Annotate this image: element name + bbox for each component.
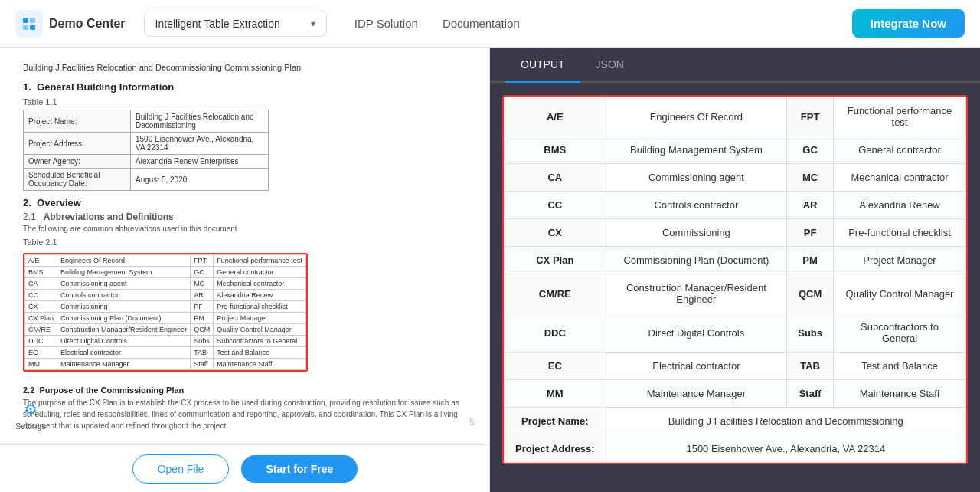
table-cell: DDC xyxy=(505,313,606,353)
table-row: ECElectrical contractorTABTest and Balan… xyxy=(25,347,306,359)
dropdown-label: Intelligent Table Extraction xyxy=(155,18,280,30)
table-cell: Mechanical contractor xyxy=(834,164,966,192)
table-cell: Functional performance test xyxy=(834,97,966,136)
table-cell: General contractor xyxy=(834,136,966,164)
settings-button[interactable]: ⚙ Settings xyxy=(15,400,46,431)
section-2-heading: 2. Overview xyxy=(23,197,466,208)
nav-links: IDP Solution Documentation xyxy=(354,17,520,30)
table-cell: Project Address: xyxy=(505,435,606,463)
table-row: CCControls contractorARAlexandria Renew xyxy=(25,290,306,301)
table-row: CX Plan Commissioning Plan (Document) PM… xyxy=(505,247,966,274)
table-row: CXCommissioningPFPre-functional checklis… xyxy=(25,301,306,313)
abbreviations-table: A/EEngineers Of RecordFPTFunctional perf… xyxy=(24,254,306,370)
table-cell: Building J Facilities Relocation and Dec… xyxy=(606,408,965,435)
table-cell: Pre-functional checklist xyxy=(834,219,966,247)
integrate-now-button[interactable]: Integrate Now xyxy=(852,9,965,38)
section-2-num: 2. xyxy=(23,197,31,208)
table-cell: August 5, 2020 xyxy=(131,169,269,191)
section-1-title: General Building Information xyxy=(37,81,174,93)
abbr-description: The following are common abbreviations u… xyxy=(23,225,466,233)
table-cell: PF xyxy=(787,219,834,247)
table-cell: Construction Manager/Resident Engineer xyxy=(606,274,787,313)
table-cell: CM/RE xyxy=(505,274,606,313)
output-content: A/E Engineers Of Record FPT Functional p… xyxy=(490,83,980,492)
table-row: CC Controls contractor AR Alexandria Ren… xyxy=(505,192,966,219)
table-row: MMMaintenance ManagerStaffMaintenance St… xyxy=(25,359,306,370)
table-cell: A/E xyxy=(505,97,606,136)
table-cell: QCM xyxy=(787,274,834,313)
table-row: A/E Engineers Of Record FPT Functional p… xyxy=(505,97,966,136)
table-cell: Commissioning Plan (Document) xyxy=(606,247,787,274)
table-cell: Project Manager xyxy=(834,247,966,274)
table-row: Scheduled Beneficial Occupancy Date: Aug… xyxy=(24,169,269,191)
table-cell: CC xyxy=(505,192,606,219)
feature-dropdown[interactable]: Intelligent Table Extraction ▾ xyxy=(144,11,327,37)
table-cell: Subcontractors to General xyxy=(834,313,966,353)
table-cell: Owner Agency: xyxy=(24,155,131,169)
table-cell: Test and Balance xyxy=(834,353,966,380)
table-cell: Commissioning agent xyxy=(606,164,787,192)
section-1-num: 1. xyxy=(23,81,31,93)
table-cell: Direct Digital Controls xyxy=(606,313,787,353)
table-row: DDCDirect Digital ControlsSubsSubcontrac… xyxy=(25,336,306,347)
table-row: Project Address: 1500 Eisenhower Ave., A… xyxy=(505,435,966,463)
table-cell: Controls contractor xyxy=(606,192,787,219)
table-row: Project Address: 1500 Eisenhower Ave., A… xyxy=(24,133,269,155)
purpose-text: The purpose of the CX Plan is to establi… xyxy=(23,397,466,431)
table-cell: Commissioning xyxy=(606,219,787,247)
table-row: MM Maintenance Manager Staff Maintenance… xyxy=(505,380,966,408)
extracted-table-wrapper: A/E Engineers Of Record FPT Functional p… xyxy=(502,95,968,464)
table-cell: CX xyxy=(505,219,606,247)
table-cell: Engineers Of Record xyxy=(606,97,787,136)
settings-label: Settings xyxy=(15,421,46,431)
table-row: Project Name: Building J Facilities Relo… xyxy=(505,408,966,435)
table-cell: CA xyxy=(505,164,606,192)
table-cell: Scheduled Beneficial Occupancy Date: xyxy=(24,169,131,191)
table-row: DDC Direct Digital Controls Subs Subcont… xyxy=(505,313,966,353)
table-row: Project Name: Building J Facilities Relo… xyxy=(24,110,269,133)
doc-title: Building J Facilities Relocation and Dec… xyxy=(23,63,466,72)
table-cell: 1500 Eisenhower Ave., Alexandria, VA 223… xyxy=(606,435,965,463)
table-row: CACommissioning agentMCMechanical contra… xyxy=(25,278,306,290)
nav-idp-solution[interactable]: IDP Solution xyxy=(354,17,418,30)
extracted-table: A/E Engineers Of Record FPT Functional p… xyxy=(504,97,966,463)
table-cell: 1500 Eisenhower Ave., Alexandria, VA 223… xyxy=(131,133,269,155)
table-cell: Maintenance Manager xyxy=(606,380,787,408)
table-cell: Project Name: xyxy=(24,110,131,133)
table-row: CM/RE Construction Manager/Resident Engi… xyxy=(505,274,966,313)
table-row: CX Commissioning PF Pre-functional check… xyxy=(505,219,966,247)
tab-output[interactable]: OUTPUT xyxy=(505,48,580,83)
tab-json[interactable]: JSON xyxy=(580,48,639,83)
start-for-free-button[interactable]: Start for Free xyxy=(241,455,358,483)
table-row: A/EEngineers Of RecordFPTFunctional perf… xyxy=(25,255,306,267)
svg-rect-2 xyxy=(23,25,28,30)
table-row: BMS Building Management System GC Genera… xyxy=(505,136,966,164)
project-info-table: Project Name: Building J Facilities Relo… xyxy=(23,110,269,191)
table-cell: Subs xyxy=(787,313,834,353)
table-cell: TAB xyxy=(787,353,834,380)
table-row: CX PlanCommissioning Plan (Document)PMPr… xyxy=(25,313,306,324)
logo-icon xyxy=(15,10,43,38)
nav-documentation[interactable]: Documentation xyxy=(443,17,520,30)
table-row: CA Commissioning agent MC Mechanical con… xyxy=(505,164,966,192)
bottom-bar: Open File Start for Free xyxy=(0,444,490,492)
table-cell: Alexandria Renew xyxy=(834,192,966,219)
table-row: Owner Agency: Alexandria Renew Enterpris… xyxy=(24,155,269,169)
chevron-down-icon: ▾ xyxy=(311,18,315,29)
logo-area: Demo Center xyxy=(15,10,126,38)
table-cell: BMS xyxy=(505,136,606,164)
svg-rect-0 xyxy=(23,18,28,23)
table-cell: Electrical contractor xyxy=(606,353,787,380)
table-cell: GC xyxy=(787,136,834,164)
left-panel: Building J Facilities Relocation and Dec… xyxy=(0,48,490,492)
page-number: 5 xyxy=(469,418,474,427)
section-2-title: Overview xyxy=(37,197,81,208)
main-content: Building J Facilities Relocation and Dec… xyxy=(0,48,980,492)
purpose-heading: 2.2 Purpose of the Commissioning Plan xyxy=(23,385,466,395)
open-file-button[interactable]: Open File xyxy=(132,454,230,484)
table-cell: Maintenance Staff xyxy=(834,380,966,408)
table-cell: Building Management System xyxy=(606,136,787,164)
app-title: Demo Center xyxy=(49,17,126,31)
table-cell: AR xyxy=(787,192,834,219)
table-row: EC Electrical contractor TAB Test and Ba… xyxy=(505,353,966,380)
